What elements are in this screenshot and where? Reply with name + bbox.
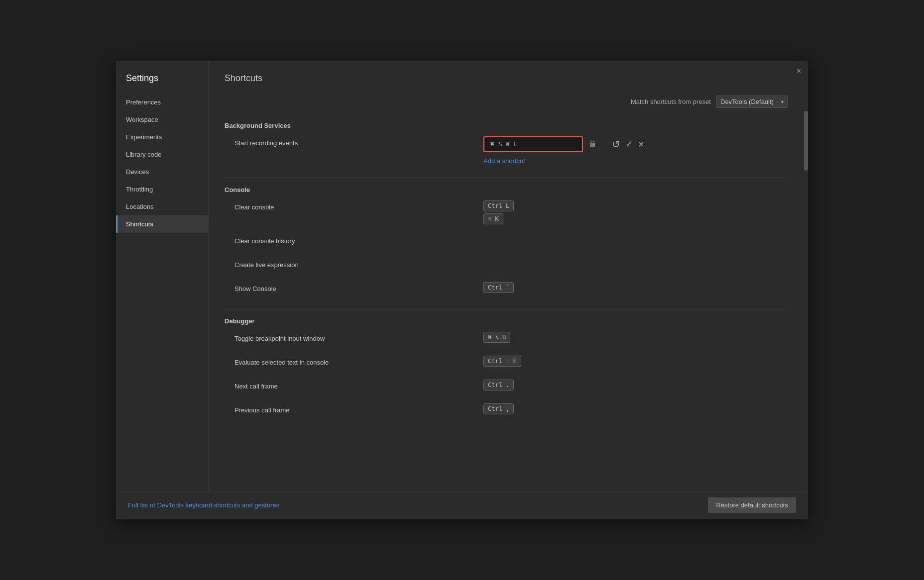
key-badge-toggle: ⌘ ⌥ B xyxy=(483,332,510,343)
shortcut-name-clear-console: Clear console xyxy=(234,200,483,214)
page-title: Shortcuts xyxy=(225,73,788,84)
shortcut-name-next-call-frame: Next call frame xyxy=(234,380,483,393)
section-header-console: Console xyxy=(225,186,788,193)
shortcut-keys-show-console: Ctrl ` xyxy=(483,282,788,293)
shortcut-row-clear-console: Clear console Ctrl L ⌘ K xyxy=(225,195,788,229)
sidebar-item-experiments[interactable]: Experiments xyxy=(116,128,208,146)
main-content: Shortcuts Match shortcuts from preset De… xyxy=(209,61,804,491)
shortcut-keys-inline-show: Ctrl ` xyxy=(483,282,788,293)
key-badge-evaluate: Ctrl ⇧ E xyxy=(483,356,521,367)
shortcut-input-start-recording[interactable]: ⌘ S ⌘ F xyxy=(483,136,583,152)
section-header-debugger: Debugger xyxy=(225,317,788,325)
scrollbar-thumb[interactable] xyxy=(804,111,808,171)
shortcut-keys-inline-2: ⌘ K xyxy=(483,213,788,224)
shortcut-keys-next-call: Ctrl . xyxy=(483,380,788,390)
shortcut-keys-clear-console: Ctrl L ⌘ K xyxy=(483,200,788,224)
confirm-shortcut-button[interactable]: ✓ xyxy=(624,138,634,151)
dialog-body: Settings Preferences Workspace Experimen… xyxy=(116,61,808,491)
sidebar-title: Settings xyxy=(116,65,208,94)
shortcut-row-toggle-breakpoint: Toggle breakpoint input window ⌘ ⌥ B xyxy=(225,327,788,351)
key-badge-prev: Ctrl , xyxy=(483,403,514,414)
key-badge-2: ⌘ K xyxy=(483,213,503,224)
shortcut-name-start-recording: Start recording events xyxy=(234,136,483,150)
preset-select-wrapper: DevTools (Default) Visual Studio Code xyxy=(716,96,788,108)
preset-row: Match shortcuts from preset DevTools (De… xyxy=(225,96,788,108)
sidebar-item-workspace[interactable]: Workspace xyxy=(116,111,208,128)
preset-label: Match shortcuts from preset xyxy=(631,98,711,105)
sidebar-item-preferences[interactable]: Preferences xyxy=(116,94,208,111)
section-header-background-services: Background Services xyxy=(225,122,788,129)
key-badge-next: Ctrl . xyxy=(483,380,514,390)
delete-shortcut-button[interactable]: 🗑 xyxy=(587,139,599,150)
restore-defaults-button[interactable]: Restore default shortcuts xyxy=(708,497,796,513)
shortcut-keys-inline-evaluate: Ctrl ⇧ E xyxy=(483,356,788,367)
add-shortcut-link[interactable]: Add a shortcut xyxy=(483,157,645,165)
key-badge-ctrl-backtick: Ctrl ` xyxy=(483,282,514,293)
dialog-footer: Full list of DevTools keyboard shortcuts… xyxy=(116,491,808,519)
divider-console xyxy=(225,178,788,178)
shortcut-keys-inline-next: Ctrl . xyxy=(483,380,788,390)
shortcut-row-show-console: Show Console Ctrl ` xyxy=(225,277,788,301)
shortcut-name-clear-console-history: Clear console history xyxy=(234,234,483,248)
sidebar-item-throttling[interactable]: Throttling xyxy=(116,181,208,198)
shortcut-row-evaluate-selected: Evaluate selected text in console Ctrl ⇧… xyxy=(225,351,788,375)
shortcut-keys-evaluate: Ctrl ⇧ E xyxy=(483,356,788,367)
shortcut-keys-inline: Ctrl L xyxy=(483,200,788,211)
shortcut-name-evaluate-selected: Evaluate selected text in console xyxy=(234,356,483,370)
sidebar-item-locations[interactable]: Locations xyxy=(116,198,208,215)
shortcut-keys-prev-call: Ctrl , xyxy=(483,403,788,414)
shortcut-row-prev-call-frame: Previous call frame Ctrl , xyxy=(225,398,788,422)
shortcut-row-start-recording: Start recording events ⌘ S ⌘ F 🗑 ↺ ✓ ✕ A… xyxy=(225,131,788,170)
sidebar-item-shortcuts[interactable]: Shortcuts xyxy=(116,215,208,233)
settings-dialog: × Settings Preferences Workspace Experim… xyxy=(116,61,808,519)
shortcut-name-create-live-expression: Create live expression xyxy=(234,258,483,272)
key-badge: Ctrl L xyxy=(483,200,514,211)
shortcut-row-next-call-frame: Next call frame Ctrl . xyxy=(225,375,788,398)
shortcut-keys-inline-toggle: ⌘ ⌥ B xyxy=(483,332,788,343)
shortcut-name-toggle-breakpoint: Toggle breakpoint input window xyxy=(234,332,483,346)
row-controls: ↺ ✓ ✕ xyxy=(611,137,645,151)
sidebar-item-library-code[interactable]: Library code xyxy=(116,146,208,163)
footer-keyboard-shortcuts-link[interactable]: Full list of DevTools keyboard shortcuts… xyxy=(128,501,279,509)
shortcut-keys-inline-prev: Ctrl , xyxy=(483,403,788,414)
shortcut-name-prev-call-frame: Previous call frame xyxy=(234,403,483,417)
cancel-shortcut-button[interactable]: ✕ xyxy=(637,139,645,150)
undo-shortcut-button[interactable]: ↺ xyxy=(611,137,621,151)
divider-debugger xyxy=(225,309,788,309)
sidebar: Settings Preferences Workspace Experimen… xyxy=(116,61,209,491)
sidebar-item-devices[interactable]: Devices xyxy=(116,163,208,181)
shortcut-row-create-live-expression: Create live expression xyxy=(225,253,788,277)
shortcut-name-show-console: Show Console xyxy=(234,282,483,296)
preset-select[interactable]: DevTools (Default) Visual Studio Code xyxy=(716,96,788,108)
shortcut-row-clear-console-history: Clear console history xyxy=(225,229,788,253)
shortcut-keys-toggle-breakpoint: ⌘ ⌥ B xyxy=(483,332,788,343)
scrollbar-track xyxy=(804,61,808,491)
